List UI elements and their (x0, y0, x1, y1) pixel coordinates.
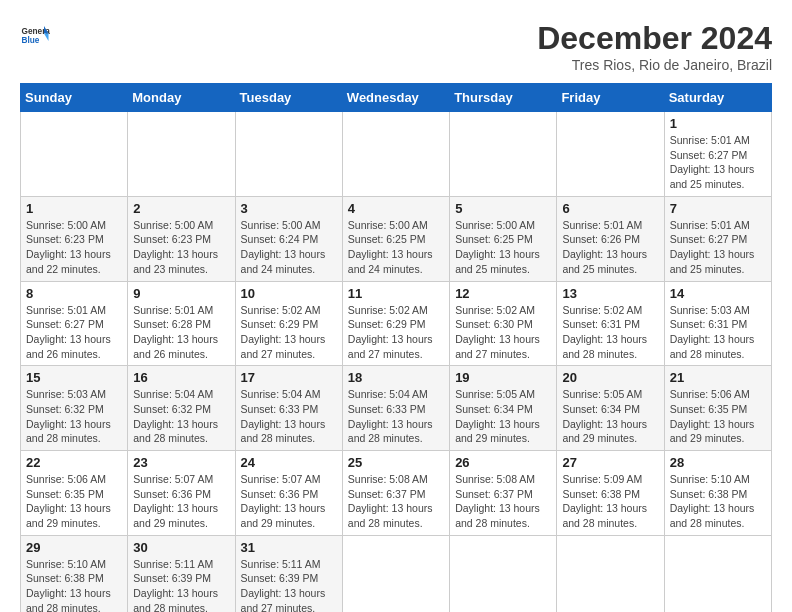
calendar-cell: 2Sunrise: 5:00 AMSunset: 6:23 PMDaylight… (128, 196, 235, 281)
page-header: General Blue December 2024 Tres Rios, Ri… (20, 20, 772, 73)
calendar-cell: 23Sunrise: 5:07 AMSunset: 6:36 PMDayligh… (128, 451, 235, 536)
calendar-cell (664, 535, 771, 612)
day-info: Sunrise: 5:11 AMSunset: 6:39 PMDaylight:… (241, 557, 337, 612)
day-number: 27 (562, 455, 658, 470)
day-info: Sunrise: 5:09 AMSunset: 6:38 PMDaylight:… (562, 472, 658, 531)
calendar-body: 1Sunrise: 5:01 AMSunset: 6:27 PMDaylight… (21, 112, 772, 613)
calendar-cell: 26Sunrise: 5:08 AMSunset: 6:37 PMDayligh… (450, 451, 557, 536)
calendar-cell: 20Sunrise: 5:05 AMSunset: 6:34 PMDayligh… (557, 366, 664, 451)
day-info: Sunrise: 5:01 AMSunset: 6:28 PMDaylight:… (133, 303, 229, 362)
calendar-cell: 1Sunrise: 5:01 AMSunset: 6:27 PMDaylight… (664, 112, 771, 197)
day-number: 11 (348, 286, 444, 301)
day-number: 9 (133, 286, 229, 301)
calendar-cell: 8Sunrise: 5:01 AMSunset: 6:27 PMDaylight… (21, 281, 128, 366)
day-number: 18 (348, 370, 444, 385)
day-number: 17 (241, 370, 337, 385)
day-info: Sunrise: 5:01 AMSunset: 6:27 PMDaylight:… (670, 218, 766, 277)
calendar-cell (342, 535, 449, 612)
day-info: Sunrise: 5:06 AMSunset: 6:35 PMDaylight:… (26, 472, 122, 531)
day-number: 15 (26, 370, 122, 385)
day-info: Sunrise: 5:06 AMSunset: 6:35 PMDaylight:… (670, 387, 766, 446)
calendar-cell: 7Sunrise: 5:01 AMSunset: 6:27 PMDaylight… (664, 196, 771, 281)
day-info: Sunrise: 5:00 AMSunset: 6:23 PMDaylight:… (26, 218, 122, 277)
day-number: 26 (455, 455, 551, 470)
day-info: Sunrise: 5:01 AMSunset: 6:26 PMDaylight:… (562, 218, 658, 277)
calendar-cell (235, 112, 342, 197)
calendar-cell: 31Sunrise: 5:11 AMSunset: 6:39 PMDayligh… (235, 535, 342, 612)
calendar-cell: 29Sunrise: 5:10 AMSunset: 6:38 PMDayligh… (21, 535, 128, 612)
day-info: Sunrise: 5:08 AMSunset: 6:37 PMDaylight:… (348, 472, 444, 531)
calendar-cell: 16Sunrise: 5:04 AMSunset: 6:32 PMDayligh… (128, 366, 235, 451)
svg-text:Blue: Blue (22, 36, 40, 45)
day-info: Sunrise: 5:10 AMSunset: 6:38 PMDaylight:… (670, 472, 766, 531)
calendar-cell (128, 112, 235, 197)
calendar-cell: 6Sunrise: 5:01 AMSunset: 6:26 PMDaylight… (557, 196, 664, 281)
day-info: Sunrise: 5:03 AMSunset: 6:32 PMDaylight:… (26, 387, 122, 446)
day-info: Sunrise: 5:01 AMSunset: 6:27 PMDaylight:… (670, 133, 766, 192)
calendar-cell: 19Sunrise: 5:05 AMSunset: 6:34 PMDayligh… (450, 366, 557, 451)
day-info: Sunrise: 5:07 AMSunset: 6:36 PMDaylight:… (133, 472, 229, 531)
day-number: 1 (670, 116, 766, 131)
day-number: 1 (26, 201, 122, 216)
day-info: Sunrise: 5:05 AMSunset: 6:34 PMDaylight:… (562, 387, 658, 446)
day-info: Sunrise: 5:01 AMSunset: 6:27 PMDaylight:… (26, 303, 122, 362)
calendar-cell: 12Sunrise: 5:02 AMSunset: 6:30 PMDayligh… (450, 281, 557, 366)
day-info: Sunrise: 5:00 AMSunset: 6:25 PMDaylight:… (455, 218, 551, 277)
day-number: 22 (26, 455, 122, 470)
logo-icon: General Blue (20, 20, 50, 50)
day-info: Sunrise: 5:02 AMSunset: 6:30 PMDaylight:… (455, 303, 551, 362)
day-number: 8 (26, 286, 122, 301)
header-sunday: Sunday (21, 84, 128, 112)
day-number: 31 (241, 540, 337, 555)
day-info: Sunrise: 5:07 AMSunset: 6:36 PMDaylight:… (241, 472, 337, 531)
day-number: 23 (133, 455, 229, 470)
day-number: 6 (562, 201, 658, 216)
calendar-cell: 4Sunrise: 5:00 AMSunset: 6:25 PMDaylight… (342, 196, 449, 281)
header-tuesday: Tuesday (235, 84, 342, 112)
calendar-week-row: 22Sunrise: 5:06 AMSunset: 6:35 PMDayligh… (21, 451, 772, 536)
day-number: 3 (241, 201, 337, 216)
calendar-cell: 21Sunrise: 5:06 AMSunset: 6:35 PMDayligh… (664, 366, 771, 451)
logo: General Blue (20, 20, 50, 50)
day-number: 12 (455, 286, 551, 301)
day-number: 4 (348, 201, 444, 216)
day-info: Sunrise: 5:02 AMSunset: 6:29 PMDaylight:… (241, 303, 337, 362)
calendar-cell: 18Sunrise: 5:04 AMSunset: 6:33 PMDayligh… (342, 366, 449, 451)
month-title: December 2024 (537, 20, 772, 57)
calendar-cell (557, 535, 664, 612)
header-wednesday: Wednesday (342, 84, 449, 112)
calendar-cell: 24Sunrise: 5:07 AMSunset: 6:36 PMDayligh… (235, 451, 342, 536)
calendar-cell: 28Sunrise: 5:10 AMSunset: 6:38 PMDayligh… (664, 451, 771, 536)
day-number: 14 (670, 286, 766, 301)
location: Tres Rios, Rio de Janeiro, Brazil (537, 57, 772, 73)
calendar-week-row: 8Sunrise: 5:01 AMSunset: 6:27 PMDaylight… (21, 281, 772, 366)
calendar-cell: 25Sunrise: 5:08 AMSunset: 6:37 PMDayligh… (342, 451, 449, 536)
day-info: Sunrise: 5:00 AMSunset: 6:24 PMDaylight:… (241, 218, 337, 277)
day-info: Sunrise: 5:10 AMSunset: 6:38 PMDaylight:… (26, 557, 122, 612)
day-info: Sunrise: 5:04 AMSunset: 6:33 PMDaylight:… (241, 387, 337, 446)
calendar-cell (21, 112, 128, 197)
day-number: 29 (26, 540, 122, 555)
calendar-week-row: 1Sunrise: 5:01 AMSunset: 6:27 PMDaylight… (21, 112, 772, 197)
day-number: 19 (455, 370, 551, 385)
day-number: 2 (133, 201, 229, 216)
calendar-cell (450, 112, 557, 197)
header-thursday: Thursday (450, 84, 557, 112)
day-number: 21 (670, 370, 766, 385)
day-info: Sunrise: 5:02 AMSunset: 6:29 PMDaylight:… (348, 303, 444, 362)
calendar-cell: 17Sunrise: 5:04 AMSunset: 6:33 PMDayligh… (235, 366, 342, 451)
day-number: 16 (133, 370, 229, 385)
calendar-cell: 22Sunrise: 5:06 AMSunset: 6:35 PMDayligh… (21, 451, 128, 536)
calendar-cell: 13Sunrise: 5:02 AMSunset: 6:31 PMDayligh… (557, 281, 664, 366)
day-info: Sunrise: 5:04 AMSunset: 6:32 PMDaylight:… (133, 387, 229, 446)
calendar-header-row: SundayMondayTuesdayWednesdayThursdayFrid… (21, 84, 772, 112)
calendar-week-row: 15Sunrise: 5:03 AMSunset: 6:32 PMDayligh… (21, 366, 772, 451)
calendar-cell (342, 112, 449, 197)
calendar-cell: 9Sunrise: 5:01 AMSunset: 6:28 PMDaylight… (128, 281, 235, 366)
day-number: 24 (241, 455, 337, 470)
day-number: 7 (670, 201, 766, 216)
day-info: Sunrise: 5:08 AMSunset: 6:37 PMDaylight:… (455, 472, 551, 531)
calendar-week-row: 1Sunrise: 5:00 AMSunset: 6:23 PMDaylight… (21, 196, 772, 281)
day-number: 28 (670, 455, 766, 470)
calendar-cell: 1Sunrise: 5:00 AMSunset: 6:23 PMDaylight… (21, 196, 128, 281)
